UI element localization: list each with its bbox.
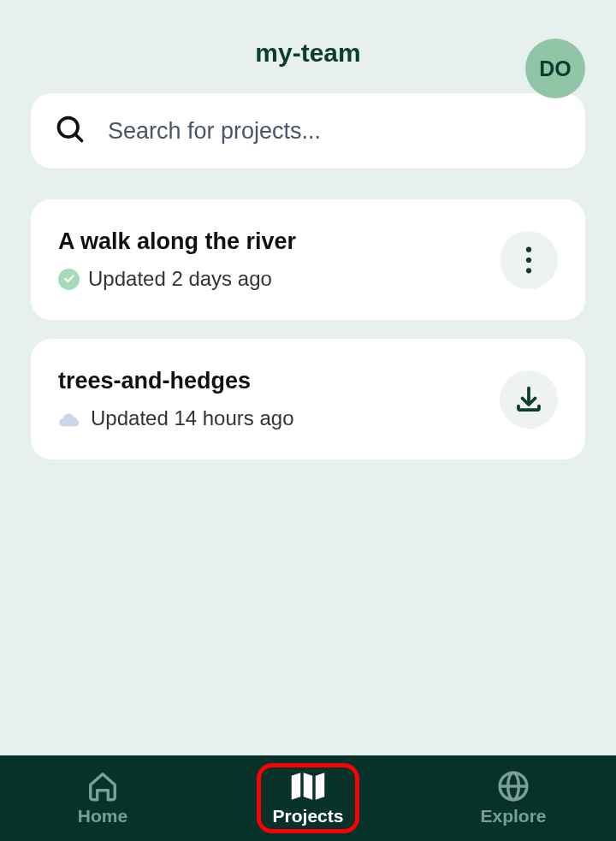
search-bar[interactable]: [31, 93, 585, 169]
project-info: A walk along the river Updated 2 days ag…: [58, 228, 500, 291]
nav-label: Home: [78, 806, 127, 826]
more-button[interactable]: [500, 231, 558, 289]
map-icon: [290, 770, 326, 803]
dots-vertical-icon: [525, 246, 532, 274]
nav-label: Projects: [273, 806, 344, 826]
home-icon: [86, 770, 119, 803]
svg-point-3: [526, 257, 531, 262]
project-meta: Updated 14 hours ago: [58, 406, 500, 430]
avatar[interactable]: DO: [525, 38, 585, 98]
projects-list: A walk along the river Updated 2 days ag…: [0, 199, 616, 459]
project-card[interactable]: trees-and-hedges Updated 14 hours ago: [31, 339, 585, 459]
header: my-team DO: [0, 0, 616, 93]
download-icon: [513, 384, 544, 415]
page-title: my-team: [255, 38, 360, 68]
svg-point-4: [526, 268, 531, 273]
nav-explore[interactable]: Explore: [462, 763, 565, 833]
search-input[interactable]: [108, 118, 561, 145]
project-card[interactable]: A walk along the river Updated 2 days ag…: [31, 199, 585, 320]
project-title: A walk along the river: [58, 228, 500, 255]
project-meta: Updated 2 days ago: [58, 267, 500, 291]
bottom-nav: Home Projects Explore: [0, 755, 616, 841]
nav-projects[interactable]: Projects: [257, 763, 359, 833]
download-button[interactable]: [500, 370, 558, 429]
updated-label: Updated 2 days ago: [88, 267, 272, 291]
status-cloud-icon: [58, 406, 82, 430]
svg-line-1: [75, 134, 82, 141]
project-info: trees-and-hedges Updated 14 hours ago: [58, 368, 500, 430]
project-title: trees-and-hedges: [58, 368, 500, 394]
status-check-icon: [58, 269, 80, 290]
updated-label: Updated 14 hours ago: [91, 406, 294, 430]
nav-label: Explore: [480, 806, 546, 826]
globe-icon: [497, 770, 530, 803]
search-icon: [55, 114, 86, 148]
svg-point-2: [526, 246, 531, 252]
nav-home[interactable]: Home: [51, 763, 154, 833]
